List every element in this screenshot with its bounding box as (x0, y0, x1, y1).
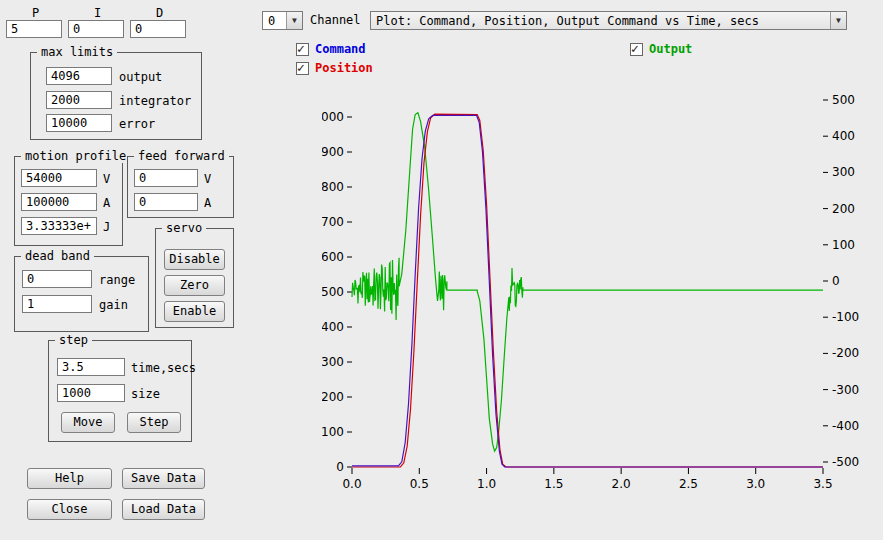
step-time-input[interactable] (57, 358, 125, 376)
svg-text:300: 300 (832, 165, 855, 179)
d-input[interactable] (130, 20, 186, 38)
ff-acceleration-input[interactable] (134, 193, 198, 211)
output-limit-input[interactable] (46, 67, 112, 85)
save-data-button[interactable]: Save Data (122, 468, 205, 489)
svg-text:200: 200 (322, 390, 344, 404)
gain-input[interactable] (22, 295, 92, 313)
motion-profile-title: motion profile (21, 149, 130, 163)
svg-text:400: 400 (322, 320, 344, 334)
i-label: I (94, 6, 101, 20)
svg-text:700: 700 (322, 215, 344, 229)
ff-velocity-input[interactable] (134, 169, 198, 187)
range-input[interactable] (22, 270, 92, 288)
ff-acceleration-label: A (204, 196, 211, 210)
chevron-down-icon[interactable]: ▼ (286, 12, 302, 29)
command-checkbox-label: Command (315, 42, 366, 56)
jerk-label: J (103, 220, 110, 234)
max-limits-group: max limits output integrator error (30, 52, 202, 140)
checkbox-check-icon[interactable] (296, 43, 309, 56)
servo-group: servo Disable Zero Enable (155, 228, 234, 328)
plot-area: 01002003004005006007008009001000-500-400… (322, 85, 878, 537)
servo-title: servo (162, 221, 206, 235)
svg-text:900: 900 (322, 145, 344, 159)
svg-text:0.5: 0.5 (410, 477, 429, 491)
svg-text:400: 400 (832, 129, 855, 143)
channel-value: 0 (268, 14, 286, 28)
gain-label: gain (99, 298, 128, 312)
series-output (352, 113, 823, 451)
channel-select[interactable]: 0 ▼ (262, 11, 303, 30)
enable-button[interactable]: Enable (164, 301, 225, 322)
svg-text:200: 200 (832, 202, 855, 216)
help-button[interactable]: Help (27, 468, 112, 489)
series-command (352, 115, 823, 467)
p-label: P (32, 6, 39, 20)
step-size-label: size (131, 387, 160, 401)
svg-text:100: 100 (832, 238, 855, 252)
dead-band-title: dead band (21, 249, 94, 263)
acceleration-input[interactable] (21, 193, 97, 211)
svg-text:-200: -200 (832, 346, 859, 360)
svg-text:0: 0 (832, 274, 840, 288)
load-data-button[interactable]: Load Data (122, 499, 205, 520)
max-limits-title: max limits (37, 45, 117, 59)
feed-forward-title: feed forward (134, 149, 229, 163)
svg-text:500: 500 (322, 285, 344, 299)
svg-text:0: 0 (336, 460, 344, 474)
output-checkbox[interactable]: Output (630, 42, 692, 56)
channel-label: Channel (310, 13, 361, 27)
svg-text:-400: -400 (832, 419, 859, 433)
dead-band-group: dead band range gain (14, 256, 149, 332)
output-limit-label: output (119, 70, 162, 84)
plot-select-value: Plot: Command, Position, Output Command … (376, 14, 830, 28)
svg-text:1.5: 1.5 (544, 477, 563, 491)
error-limit-input[interactable] (46, 114, 112, 132)
checkbox-check-icon[interactable] (296, 62, 309, 75)
disable-button[interactable]: Disable (164, 249, 225, 270)
d-label: D (156, 6, 163, 20)
checkbox-check-icon[interactable] (630, 43, 643, 56)
svg-text:2.5: 2.5 (679, 477, 698, 491)
step-group: step time,secs size Move Step (48, 340, 192, 442)
motion-profile-group: motion profile V A J (14, 156, 123, 246)
integrator-limit-input[interactable] (46, 91, 112, 109)
svg-text:300: 300 (322, 355, 344, 369)
i-input[interactable] (68, 20, 124, 38)
position-checkbox-label: Position (315, 61, 373, 75)
zero-button[interactable]: Zero (164, 275, 225, 296)
plot-canvas: 01002003004005006007008009001000-500-400… (322, 85, 878, 537)
velocity-input[interactable] (21, 169, 97, 187)
svg-text:-500: -500 (832, 455, 859, 469)
plot-select[interactable]: Plot: Command, Position, Output Command … (370, 11, 847, 30)
svg-text:-100: -100 (832, 310, 859, 324)
close-button[interactable]: Close (27, 499, 112, 520)
ff-velocity-label: V (204, 172, 211, 186)
feed-forward-group: feed forward V A (127, 156, 234, 218)
svg-text:500: 500 (832, 93, 855, 107)
step-title: step (55, 333, 92, 347)
move-button[interactable]: Move (61, 412, 115, 433)
svg-text:600: 600 (322, 250, 344, 264)
svg-text:2.0: 2.0 (612, 477, 631, 491)
step-button[interactable]: Step (127, 412, 181, 433)
acceleration-label: A (103, 196, 110, 210)
jerk-input[interactable] (21, 217, 97, 235)
output-checkbox-label: Output (649, 42, 692, 56)
svg-text:800: 800 (322, 180, 344, 194)
svg-text:1.0: 1.0 (477, 477, 496, 491)
p-input[interactable] (6, 20, 62, 38)
range-label: range (99, 273, 135, 287)
integrator-limit-label: integrator (119, 94, 191, 108)
pid-servo-tuner-window: P I D max limits output integrator error… (0, 0, 883, 540)
step-size-input[interactable] (57, 384, 125, 402)
svg-text:3.5: 3.5 (813, 477, 832, 491)
command-checkbox[interactable]: Command (296, 42, 366, 56)
step-time-label: time,secs (131, 361, 196, 375)
position-checkbox[interactable]: Position (296, 61, 373, 75)
svg-text:-300: -300 (832, 383, 859, 397)
error-limit-label: error (119, 117, 155, 131)
velocity-label: V (103, 172, 110, 186)
svg-text:3.0: 3.0 (746, 477, 765, 491)
svg-text:1000: 1000 (322, 110, 344, 124)
chevron-down-icon[interactable]: ▼ (830, 12, 846, 29)
